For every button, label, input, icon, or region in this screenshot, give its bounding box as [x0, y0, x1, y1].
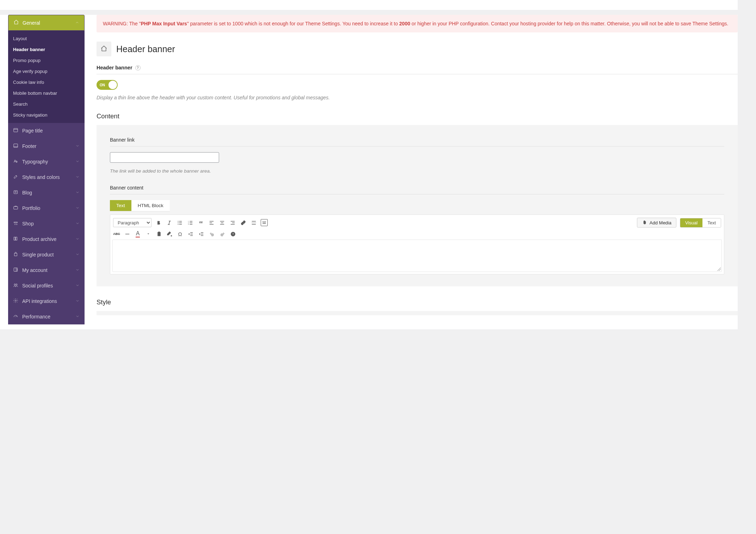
svg-rect-37 [230, 221, 234, 221]
sidebar-subitem-promo-popup[interactable]: Promo popup [8, 55, 85, 66]
sidebar-subitem-mobile-navbar[interactable]: Mobile bottom navbar [8, 88, 85, 99]
style-card [97, 311, 738, 315]
page-title: Header banner [116, 44, 175, 54]
footer-icon [13, 143, 18, 149]
svg-rect-57 [201, 235, 203, 236]
sidebar-section-styles-colors[interactable]: Styles and colors [8, 169, 85, 185]
outdent-icon[interactable] [187, 230, 194, 237]
main-content: WARNING: The "PHP Max Input Vars" parame… [94, 15, 738, 329]
page-icon-box [97, 42, 111, 56]
quote-icon[interactable] [197, 219, 204, 226]
read-more-icon[interactable] [250, 219, 257, 226]
banner-link-input[interactable] [110, 152, 219, 163]
svg-rect-36 [220, 224, 224, 224]
format-select[interactable]: Paragraph [113, 218, 151, 227]
svg-point-14 [16, 284, 17, 285]
top-white-spacer [0, 0, 738, 10]
sidebar-section-blog[interactable]: Blog [8, 185, 85, 200]
sidebar-subitem-search[interactable]: Search [8, 99, 85, 110]
undo-icon[interactable] [208, 230, 215, 237]
italic-icon[interactable] [166, 219, 173, 226]
sidebar-general-subitems: Layout Header banner Promo popup Age ver… [8, 31, 85, 123]
sidebar-subitem-age-verify[interactable]: Age verify popup [8, 66, 85, 77]
sidebar-section-label: Footer [22, 143, 36, 149]
page-title-icon [13, 128, 18, 134]
svg-point-8 [15, 224, 16, 225]
settings-sidebar: General Layout Header banner Promo popup… [8, 15, 85, 329]
tab-text-mode[interactable]: Text [702, 218, 721, 227]
svg-rect-52 [190, 232, 193, 232]
home-icon [100, 45, 107, 53]
portfolio-icon [13, 205, 18, 211]
resize-grip[interactable] [717, 267, 721, 271]
sidebar-subitem-layout[interactable]: Layout [8, 33, 85, 44]
sidebar-section-general[interactable]: General [8, 15, 85, 31]
indent-icon[interactable] [198, 230, 205, 237]
text-color-icon[interactable]: A [134, 230, 141, 237]
sidebar-section-social-profiles[interactable]: Social profiles [8, 278, 85, 293]
social-icon [13, 282, 18, 289]
special-char-icon[interactable]: Ω [176, 230, 184, 237]
add-media-button[interactable]: Add Media [637, 218, 676, 228]
help-toolbar-icon[interactable]: ? [229, 230, 236, 237]
svg-point-20 [178, 222, 178, 223]
tab-visual[interactable]: Visual [680, 218, 702, 227]
sidebar-section-my-account[interactable]: My account [8, 262, 85, 278]
sidebar-subitem-header-banner[interactable]: Header banner [8, 44, 85, 55]
toolbar-toggle-icon[interactable] [261, 219, 268, 226]
toggle-knob [109, 81, 117, 89]
hr-icon[interactable] [124, 230, 131, 237]
align-left-icon[interactable] [208, 219, 215, 226]
sidebar-section-performance[interactable]: Performance [8, 309, 85, 324]
svg-rect-12 [14, 268, 18, 272]
align-right-icon[interactable] [229, 219, 236, 226]
sidebar-section-portfolio[interactable]: Portfolio [8, 200, 85, 216]
svg-rect-22 [179, 221, 182, 221]
svg-rect-47 [262, 223, 266, 224]
sidebar-subitem-cookie-law[interactable]: Cookie law info [8, 77, 85, 88]
help-icon[interactable]: ? [135, 65, 141, 70]
header-banner-label: Header banner [97, 65, 132, 70]
svg-rect-29 [190, 223, 192, 223]
number-list-icon[interactable]: 123 [187, 219, 194, 226]
account-icon [13, 267, 18, 273]
alert-bold1: PHP Max Input Vars [141, 21, 187, 26]
redo-icon[interactable] [219, 230, 226, 237]
sidebar-section-page-title[interactable]: Page title [8, 123, 85, 138]
typography-icon [13, 159, 18, 165]
svg-rect-24 [179, 224, 182, 224]
svg-rect-55 [201, 232, 203, 232]
sidebar-section-single-product[interactable]: Single product [8, 247, 85, 262]
editor-body[interactable] [112, 240, 722, 272]
tab-html-block[interactable]: HTML Block [131, 200, 170, 211]
warning-alert: WARNING: The "PHP Max Input Vars" parame… [97, 15, 738, 32]
chevron-down-icon [75, 159, 80, 164]
alert-mid1: " parameter is set to 1000 which is not … [187, 21, 399, 26]
sidebar-subitem-sticky-nav[interactable]: Sticky navigation [8, 110, 85, 120]
paste-icon[interactable] [155, 230, 162, 237]
alert-text-prefix: WARNING: The " [103, 21, 141, 26]
align-center-icon[interactable] [218, 219, 225, 226]
header-banner-toggle[interactable]: ON [97, 80, 118, 90]
clear-formatting-icon[interactable] [166, 230, 173, 237]
sidebar-section-footer[interactable]: Footer [8, 138, 85, 154]
bold-icon[interactable] [155, 219, 162, 226]
sidebar-section-typography[interactable]: Typography [8, 154, 85, 169]
sidebar-section-label: Portfolio [22, 205, 40, 211]
sidebar-section-label: General [23, 20, 40, 26]
sidebar-section-product-archive[interactable]: Product archive [8, 231, 85, 247]
sidebar-section-label: Page title [22, 128, 43, 134]
banner-content-label: Banner content [110, 185, 724, 194]
sidebar-section-shop[interactable]: Shop [8, 216, 85, 231]
bullet-list-icon[interactable] [176, 219, 183, 226]
text-color-dropdown-icon[interactable] [145, 230, 152, 237]
strikethrough-icon[interactable]: ABC [113, 230, 120, 237]
svg-rect-41 [252, 223, 255, 223]
svg-rect-46 [262, 223, 266, 223]
svg-rect-7 [14, 206, 18, 209]
blog-icon [13, 190, 18, 196]
link-icon[interactable] [240, 219, 247, 226]
tab-text[interactable]: Text [110, 200, 131, 211]
sidebar-section-api[interactable]: API integrations [8, 293, 85, 309]
svg-rect-40 [252, 221, 255, 221]
